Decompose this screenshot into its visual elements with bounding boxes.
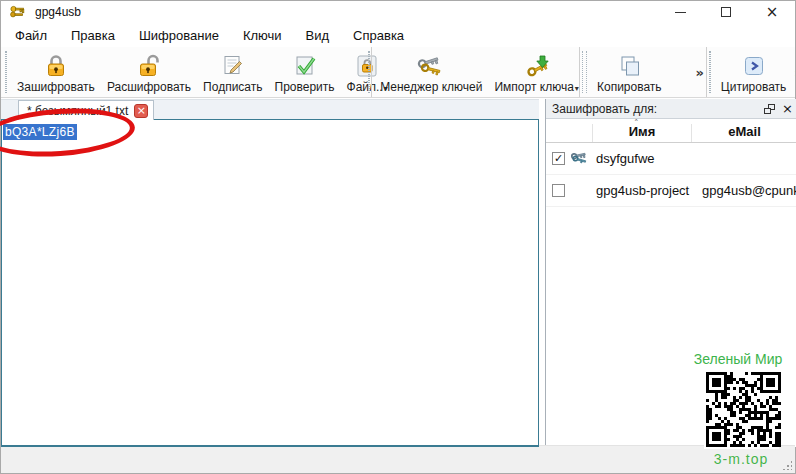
- panel-float-button[interactable]: [764, 104, 775, 114]
- decrypt-label: Расшифровать: [107, 80, 191, 94]
- tab-label: * безымянный1.txt: [27, 104, 128, 118]
- maximize-button[interactable]: [703, 1, 749, 23]
- watermark-domain: 3-m.top: [699, 451, 783, 467]
- verify-label-text: Проверить: [275, 80, 335, 94]
- maximize-icon: [721, 7, 731, 17]
- import-key-button[interactable]: Импорт ключа▾: [489, 49, 583, 95]
- sign-label: Подписать: [203, 80, 262, 94]
- key-name: dsyfgufwe: [592, 151, 692, 166]
- tab-close-button[interactable]: ×: [134, 104, 148, 118]
- sign-document-icon: [220, 51, 246, 80]
- key-manager-button[interactable]: Менеджер ключей: [375, 49, 487, 95]
- menu-item-edit[interactable]: Правка: [59, 25, 127, 46]
- toolbar-group-keys: Менеджер ключей Импорт ключа▾: [371, 47, 579, 97]
- window-title: gpg4usb: [35, 5, 81, 19]
- key-pair-icon: [570, 150, 592, 168]
- app-keys-icon: [9, 4, 25, 20]
- key-email: gpg4usb@cpunk....: [692, 183, 796, 198]
- column-email[interactable]: eMail: [692, 124, 796, 142]
- toolbar-drag-handle[interactable]: [582, 51, 587, 93]
- selected-text[interactable]: bQ3A*LZj6B: [3, 124, 77, 140]
- encrypt-button[interactable]: Зашифровать: [12, 49, 100, 95]
- key-manager-label: Менеджер ключей: [380, 80, 482, 94]
- toolbar-overflow-button[interactable]: »: [792, 65, 795, 80]
- key-table-header: ˄ Имя eMail: [546, 119, 796, 143]
- copy-button[interactable]: Копировать: [592, 49, 667, 95]
- verify-button[interactable]: Проверить: [270, 49, 340, 95]
- quote-button[interactable]: Цитировать: [716, 49, 792, 95]
- toolbar-group-quote: Цитировать »: [706, 47, 795, 97]
- import-key-label: Импорт ключа: [494, 80, 573, 94]
- menu-item-view[interactable]: Вид: [294, 25, 342, 46]
- quote-icon: [741, 51, 767, 80]
- toolbar-overflow-button[interactable]: »: [693, 65, 705, 80]
- menubar: Файл Правка Шифрование Ключи Вид Справка: [1, 23, 795, 47]
- panel-title: Зашифровать для:: [552, 102, 657, 116]
- column-checkbox[interactable]: [546, 139, 570, 142]
- key-row[interactable]: gpg4usb-project gpg4usb@cpunk....: [546, 175, 796, 207]
- column-name[interactable]: Имя: [592, 124, 692, 142]
- watermark: Зеленый Мир 3-m.top: [699, 351, 783, 467]
- minimize-button[interactable]: [657, 1, 703, 23]
- close-icon: ×: [766, 5, 779, 20]
- app-window: gpg4usb × Файл Правка Шифрование Ключи В…: [0, 0, 796, 474]
- key-row[interactable]: ✓ dsyfgufwe: [546, 143, 796, 175]
- menu-item-encryption[interactable]: Шифрование: [127, 25, 231, 46]
- key-name: gpg4usb-project: [592, 183, 692, 198]
- status-bar: [1, 445, 795, 473]
- window-titlebar: gpg4usb ×: [1, 1, 795, 23]
- text-editor[interactable]: bQ3A*LZj6B: [1, 119, 539, 447]
- toolbar-group-crypt: Зашифровать Расшифровать: [1, 47, 371, 97]
- sign-button[interactable]: Подписать: [198, 49, 267, 95]
- column-icon[interactable]: [570, 139, 592, 142]
- toolbar-group-edit: Копировать »: [579, 47, 706, 97]
- menu-item-file[interactable]: Файл: [3, 25, 59, 46]
- decrypt-button[interactable]: Расшифровать: [102, 49, 196, 95]
- minimize-icon: [675, 12, 686, 13]
- lock-open-icon: [136, 51, 162, 80]
- encrypt-label: Зашифровать: [17, 80, 95, 94]
- resize-grip[interactable]: [782, 460, 792, 470]
- import-key-icon: [523, 51, 551, 80]
- lock-closed-icon: [43, 51, 69, 80]
- quote-label: Цитировать: [721, 80, 787, 94]
- toolbar-drag-handle[interactable]: [709, 51, 711, 93]
- close-button[interactable]: ×: [749, 1, 795, 23]
- toolbar: Зашифровать Расшифровать: [1, 47, 795, 98]
- qr-code: [704, 370, 779, 449]
- keys-icon: [416, 51, 446, 80]
- menu-item-keys[interactable]: Ключи: [231, 25, 294, 46]
- toolbar-drag-handle[interactable]: [5, 51, 7, 93]
- tab-bar: * безымянный1.txt ×: [1, 99, 539, 120]
- menu-item-help[interactable]: Справка: [341, 25, 416, 46]
- watermark-title: Зеленый Мир: [693, 351, 783, 367]
- file-crypt-label-wrap: Проверить: [275, 80, 335, 94]
- panel-close-button[interactable]: ×: [782, 102, 793, 115]
- panel-header: Зашифровать для: ×: [546, 99, 796, 119]
- row-checkbox-checked[interactable]: ✓: [552, 152, 565, 165]
- sort-indicator-icon: ˄: [634, 118, 639, 128]
- copy-icon: [616, 51, 642, 80]
- row-checkbox-unchecked[interactable]: [552, 184, 565, 197]
- tab-untitled[interactable]: * безымянный1.txt ×: [18, 100, 154, 120]
- verify-check-icon: [292, 51, 318, 80]
- toolbar-drag-handle[interactable]: [368, 51, 370, 93]
- copy-label: Копировать: [597, 80, 662, 94]
